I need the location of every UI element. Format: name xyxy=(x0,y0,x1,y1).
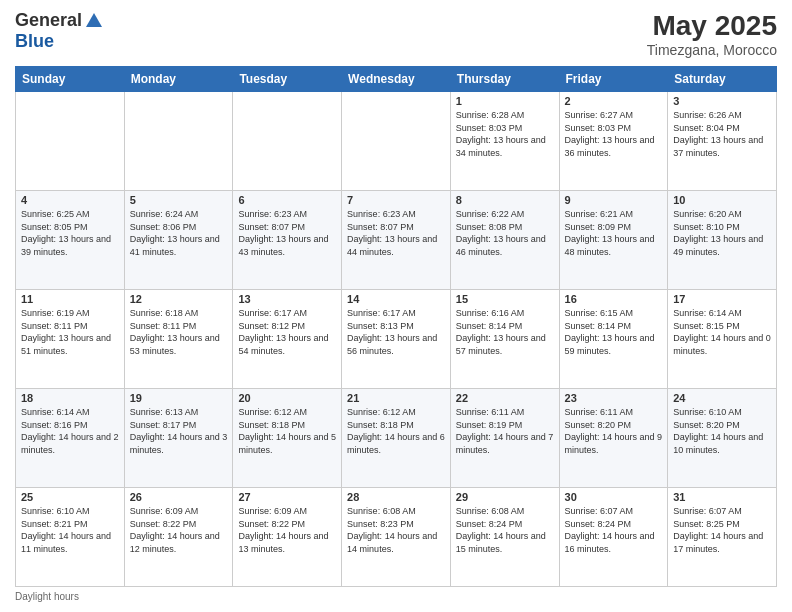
day-info: Sunrise: 6:12 AMSunset: 8:18 PMDaylight:… xyxy=(347,406,445,456)
logo-text: General xyxy=(15,10,104,31)
day-number: 15 xyxy=(456,293,554,305)
day-info: Sunrise: 6:14 AMSunset: 8:15 PMDaylight:… xyxy=(673,307,771,357)
calendar-cell: 30Sunrise: 6:07 AMSunset: 8:24 PMDayligh… xyxy=(559,488,668,587)
day-info: Sunrise: 6:15 AMSunset: 8:14 PMDaylight:… xyxy=(565,307,663,357)
calendar-cell: 7Sunrise: 6:23 AMSunset: 8:07 PMDaylight… xyxy=(342,191,451,290)
calendar-cell: 29Sunrise: 6:08 AMSunset: 8:24 PMDayligh… xyxy=(450,488,559,587)
day-number: 4 xyxy=(21,194,119,206)
day-info: Sunrise: 6:09 AMSunset: 8:22 PMDaylight:… xyxy=(130,505,228,555)
calendar-day-header: Tuesday xyxy=(233,67,342,92)
day-info: Sunrise: 6:07 AMSunset: 8:25 PMDaylight:… xyxy=(673,505,771,555)
day-number: 23 xyxy=(565,392,663,404)
calendar-cell: 11Sunrise: 6:19 AMSunset: 8:11 PMDayligh… xyxy=(16,290,125,389)
day-number: 25 xyxy=(21,491,119,503)
day-info: Sunrise: 6:25 AMSunset: 8:05 PMDaylight:… xyxy=(21,208,119,258)
day-number: 30 xyxy=(565,491,663,503)
calendar-cell: 14Sunrise: 6:17 AMSunset: 8:13 PMDayligh… xyxy=(342,290,451,389)
header: General Blue May 2025 Timezgana, Morocco xyxy=(15,10,777,58)
calendar-cell: 23Sunrise: 6:11 AMSunset: 8:20 PMDayligh… xyxy=(559,389,668,488)
calendar-cell: 2Sunrise: 6:27 AMSunset: 8:03 PMDaylight… xyxy=(559,92,668,191)
calendar-cell: 27Sunrise: 6:09 AMSunset: 8:22 PMDayligh… xyxy=(233,488,342,587)
calendar-cell: 21Sunrise: 6:12 AMSunset: 8:18 PMDayligh… xyxy=(342,389,451,488)
calendar-cell: 17Sunrise: 6:14 AMSunset: 8:15 PMDayligh… xyxy=(668,290,777,389)
calendar-day-header: Wednesday xyxy=(342,67,451,92)
svg-marker-0 xyxy=(86,13,102,27)
calendar-cell: 1Sunrise: 6:28 AMSunset: 8:03 PMDaylight… xyxy=(450,92,559,191)
day-info: Sunrise: 6:10 AMSunset: 8:20 PMDaylight:… xyxy=(673,406,771,456)
calendar-day-header: Saturday xyxy=(668,67,777,92)
calendar-cell: 16Sunrise: 6:15 AMSunset: 8:14 PMDayligh… xyxy=(559,290,668,389)
day-number: 16 xyxy=(565,293,663,305)
day-info: Sunrise: 6:11 AMSunset: 8:20 PMDaylight:… xyxy=(565,406,663,456)
calendar-cell: 6Sunrise: 6:23 AMSunset: 8:07 PMDaylight… xyxy=(233,191,342,290)
calendar-cell: 19Sunrise: 6:13 AMSunset: 8:17 PMDayligh… xyxy=(124,389,233,488)
day-info: Sunrise: 6:07 AMSunset: 8:24 PMDaylight:… xyxy=(565,505,663,555)
day-number: 13 xyxy=(238,293,336,305)
day-info: Sunrise: 6:20 AMSunset: 8:10 PMDaylight:… xyxy=(673,208,771,258)
calendar-cell: 9Sunrise: 6:21 AMSunset: 8:09 PMDaylight… xyxy=(559,191,668,290)
day-info: Sunrise: 6:26 AMSunset: 8:04 PMDaylight:… xyxy=(673,109,771,159)
day-info: Sunrise: 6:09 AMSunset: 8:22 PMDaylight:… xyxy=(238,505,336,555)
day-number: 1 xyxy=(456,95,554,107)
month-title: May 2025 xyxy=(647,10,777,42)
calendar-cell: 3Sunrise: 6:26 AMSunset: 8:04 PMDaylight… xyxy=(668,92,777,191)
day-info: Sunrise: 6:13 AMSunset: 8:17 PMDaylight:… xyxy=(130,406,228,456)
day-number: 7 xyxy=(347,194,445,206)
footer-note: Daylight hours xyxy=(15,591,777,602)
logo-general-text: General xyxy=(15,10,82,31)
calendar-cell: 26Sunrise: 6:09 AMSunset: 8:22 PMDayligh… xyxy=(124,488,233,587)
day-number: 10 xyxy=(673,194,771,206)
day-info: Sunrise: 6:27 AMSunset: 8:03 PMDaylight:… xyxy=(565,109,663,159)
day-number: 9 xyxy=(565,194,663,206)
day-number: 17 xyxy=(673,293,771,305)
day-number: 11 xyxy=(21,293,119,305)
calendar-day-header: Sunday xyxy=(16,67,125,92)
day-number: 2 xyxy=(565,95,663,107)
calendar-week-row: 1Sunrise: 6:28 AMSunset: 8:03 PMDaylight… xyxy=(16,92,777,191)
day-info: Sunrise: 6:18 AMSunset: 8:11 PMDaylight:… xyxy=(130,307,228,357)
calendar-cell: 25Sunrise: 6:10 AMSunset: 8:21 PMDayligh… xyxy=(16,488,125,587)
calendar-week-row: 11Sunrise: 6:19 AMSunset: 8:11 PMDayligh… xyxy=(16,290,777,389)
day-number: 8 xyxy=(456,194,554,206)
calendar-cell xyxy=(16,92,125,191)
day-number: 18 xyxy=(21,392,119,404)
calendar-cell: 8Sunrise: 6:22 AMSunset: 8:08 PMDaylight… xyxy=(450,191,559,290)
calendar-week-row: 4Sunrise: 6:25 AMSunset: 8:05 PMDaylight… xyxy=(16,191,777,290)
calendar-cell: 28Sunrise: 6:08 AMSunset: 8:23 PMDayligh… xyxy=(342,488,451,587)
calendar-cell: 15Sunrise: 6:16 AMSunset: 8:14 PMDayligh… xyxy=(450,290,559,389)
calendar-cell xyxy=(124,92,233,191)
day-info: Sunrise: 6:10 AMSunset: 8:21 PMDaylight:… xyxy=(21,505,119,555)
calendar-header-row: SundayMondayTuesdayWednesdayThursdayFrid… xyxy=(16,67,777,92)
day-number: 27 xyxy=(238,491,336,503)
day-number: 19 xyxy=(130,392,228,404)
day-number: 6 xyxy=(238,194,336,206)
logo-blue-text: Blue xyxy=(15,31,54,52)
day-number: 31 xyxy=(673,491,771,503)
day-info: Sunrise: 6:14 AMSunset: 8:16 PMDaylight:… xyxy=(21,406,119,456)
calendar-cell: 4Sunrise: 6:25 AMSunset: 8:05 PMDaylight… xyxy=(16,191,125,290)
calendar-cell xyxy=(342,92,451,191)
calendar-cell: 12Sunrise: 6:18 AMSunset: 8:11 PMDayligh… xyxy=(124,290,233,389)
day-number: 3 xyxy=(673,95,771,107)
day-info: Sunrise: 6:21 AMSunset: 8:09 PMDaylight:… xyxy=(565,208,663,258)
day-info: Sunrise: 6:12 AMSunset: 8:18 PMDaylight:… xyxy=(238,406,336,456)
calendar-cell: 20Sunrise: 6:12 AMSunset: 8:18 PMDayligh… xyxy=(233,389,342,488)
calendar-week-row: 18Sunrise: 6:14 AMSunset: 8:16 PMDayligh… xyxy=(16,389,777,488)
day-number: 14 xyxy=(347,293,445,305)
day-info: Sunrise: 6:19 AMSunset: 8:11 PMDaylight:… xyxy=(21,307,119,357)
day-info: Sunrise: 6:16 AMSunset: 8:14 PMDaylight:… xyxy=(456,307,554,357)
day-number: 21 xyxy=(347,392,445,404)
logo: General Blue xyxy=(15,10,104,52)
subtitle: Timezgana, Morocco xyxy=(647,42,777,58)
calendar-day-header: Friday xyxy=(559,67,668,92)
day-info: Sunrise: 6:23 AMSunset: 8:07 PMDaylight:… xyxy=(238,208,336,258)
day-number: 29 xyxy=(456,491,554,503)
day-info: Sunrise: 6:23 AMSunset: 8:07 PMDaylight:… xyxy=(347,208,445,258)
calendar-day-header: Monday xyxy=(124,67,233,92)
day-info: Sunrise: 6:28 AMSunset: 8:03 PMDaylight:… xyxy=(456,109,554,159)
calendar-cell: 13Sunrise: 6:17 AMSunset: 8:12 PMDayligh… xyxy=(233,290,342,389)
calendar-cell xyxy=(233,92,342,191)
day-info: Sunrise: 6:17 AMSunset: 8:12 PMDaylight:… xyxy=(238,307,336,357)
day-info: Sunrise: 6:11 AMSunset: 8:19 PMDaylight:… xyxy=(456,406,554,456)
calendar-cell: 5Sunrise: 6:24 AMSunset: 8:06 PMDaylight… xyxy=(124,191,233,290)
